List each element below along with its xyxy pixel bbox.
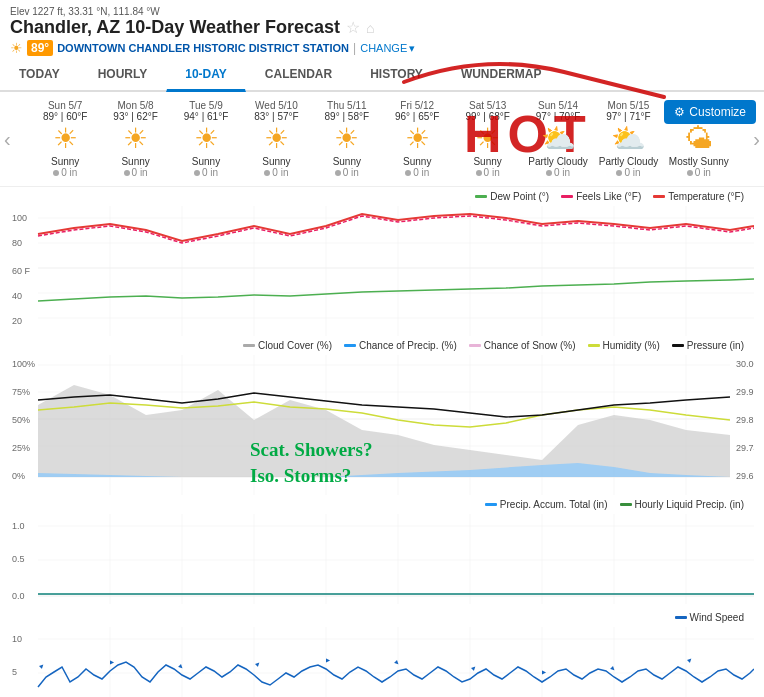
sun-icon: ☀ — [382, 125, 452, 153]
customize-button[interactable]: ⚙ Customize — [664, 100, 756, 124]
day-precip: 0 in — [523, 167, 593, 178]
legend-label: Precip. Accum. Total (in) — [500, 499, 608, 510]
day-precip: 0 in — [100, 167, 170, 178]
svg-text:75%: 75% — [12, 387, 30, 397]
legend-label: Chance of Precip. (%) — [359, 340, 457, 351]
legend-dot — [672, 344, 684, 347]
day-col: Mon 5/8 93° | 62°F ☀ Sunny 0 in — [100, 100, 170, 178]
pipe-divider: | — [353, 41, 356, 55]
temp-chart-section: Dew Point (°)Feels Like (°F)Temperature … — [0, 187, 764, 336]
day-condition: Sunny — [171, 156, 241, 167]
svg-text:10: 10 — [12, 634, 22, 644]
mostly-sunny-icon: 🌤 — [664, 125, 734, 153]
legend-dot — [344, 344, 356, 347]
gear-icon: ⚙ — [674, 105, 685, 119]
day-condition: Partly Cloudy — [523, 156, 593, 167]
sun-icon: ☀ — [452, 125, 522, 153]
precip-dot — [335, 170, 341, 176]
legend-item: Precip. Accum. Total (in) — [485, 499, 608, 510]
prev-arrow[interactable]: ‹ — [4, 128, 11, 151]
tab-hourly[interactable]: HOURLY — [79, 58, 167, 90]
day-label: Mon 5/15 — [593, 100, 663, 111]
day-label: Mon 5/8 — [100, 100, 170, 111]
legend-label: Humidity (%) — [603, 340, 660, 351]
day-col: Mon 5/15 97° | 71°F ⛅ Partly Cloudy 0 in — [593, 100, 663, 178]
day-condition: Sunny — [382, 156, 452, 167]
sun-icon: ☀ — [30, 125, 100, 153]
legend-label: Dew Point (°) — [490, 191, 549, 202]
day-col: Sun 5/7 89° | 60°F ☀ Sunny 0 in — [30, 100, 100, 178]
tab-wundermap[interactable]: WUNDERMAP — [442, 58, 561, 90]
tab-history[interactable]: HISTORY — [351, 58, 442, 90]
day-condition: Sunny — [452, 156, 522, 167]
day-col: Sun 5/14 97° | 70°F ⛅ Partly Cloudy 0 in — [523, 100, 593, 178]
star-icon[interactable]: ☆ — [346, 18, 360, 37]
day-condition: Sunny — [312, 156, 382, 167]
legend-label: Cloud Cover (%) — [258, 340, 332, 351]
day-col: Fri 5/12 96° | 65°F ☀ Sunny 0 in — [382, 100, 452, 178]
legend-label: Hourly Liquid Precip. (in) — [635, 499, 745, 510]
forecast-section: ‹ › HOT ⚙ Customize Sun 5/7 89° | 60°F ☀… — [0, 92, 764, 187]
svg-text:▲: ▲ — [109, 659, 116, 666]
svg-text:40: 40 — [12, 291, 22, 301]
svg-text:0.5: 0.5 — [12, 554, 25, 564]
day-label: Wed 5/10 — [241, 100, 311, 111]
day-label: Thu 5/11 — [312, 100, 382, 111]
tab-10-day[interactable]: 10-DAY — [166, 58, 246, 92]
precip-dot — [405, 170, 411, 176]
day-precip: 0 in — [664, 167, 734, 178]
day-temps: 83° | 57°F — [241, 111, 311, 122]
day-col: Thu 5/11 89° | 58°F ☀ Sunny 0 in — [312, 100, 382, 178]
svg-text:29.82: 29.82 — [736, 415, 754, 425]
day-precip: 0 in — [312, 167, 382, 178]
legend-item: Temperature (°F) — [653, 191, 744, 202]
sun-icon: ☀ — [171, 125, 241, 153]
svg-text:▲: ▲ — [469, 663, 479, 673]
temp-badge: 89° — [27, 40, 53, 56]
day-label: Sat 5/13 — [452, 100, 522, 111]
next-arrow[interactable]: › — [753, 128, 760, 151]
legend-item: Hourly Liquid Precip. (in) — [620, 499, 745, 510]
change-label: CHANGE — [360, 42, 407, 54]
legend-dot — [485, 503, 497, 506]
legend-dot — [653, 195, 665, 198]
day-precip: 0 in — [241, 167, 311, 178]
station-name: DOWNTOWN CHANDLER HISTORIC DISTRICT STAT… — [57, 42, 349, 54]
day-temps: 97° | 71°F — [593, 111, 663, 122]
day-label: Sun 5/14 — [523, 100, 593, 111]
svg-text:▲: ▲ — [176, 662, 186, 672]
day-precip: 0 in — [382, 167, 452, 178]
day-precip: 0 in — [171, 167, 241, 178]
day-label: Tue 5/9 — [171, 100, 241, 111]
sun-icon: ☀ — [100, 125, 170, 153]
svg-text:▲: ▲ — [685, 655, 695, 665]
day-temps: 97° | 70°F — [523, 111, 593, 122]
day-label: Sun 5/7 — [30, 100, 100, 111]
precip-dot — [264, 170, 270, 176]
tab-calendar[interactable]: CALENDAR — [246, 58, 351, 90]
precip-dot — [53, 170, 59, 176]
day-precip: 0 in — [30, 167, 100, 178]
tab-today[interactable]: TODAY — [0, 58, 79, 90]
svg-text:100%: 100% — [12, 359, 35, 369]
accum-chart-section: Precip. Accum. Total (in)Hourly Liquid P… — [0, 495, 764, 604]
elevation-info: Elev 1227 ft, 33.31 °N, 111.84 °W — [10, 6, 754, 17]
legend-dot — [243, 344, 255, 347]
legend-dot — [675, 616, 687, 619]
day-condition: Sunny — [30, 156, 100, 167]
day-condition: Sunny — [100, 156, 170, 167]
svg-text:▲: ▲ — [37, 661, 47, 671]
nav-tabs: TODAYHOURLY10-DAYCALENDARHISTORYWUNDERMA… — [0, 58, 764, 92]
legend-item: Chance of Snow (%) — [469, 340, 576, 351]
svg-text:25%: 25% — [12, 443, 30, 453]
legend-item: Cloud Cover (%) — [243, 340, 332, 351]
day-temps: 96° | 65°F — [382, 111, 452, 122]
change-link[interactable]: CHANGE ▾ — [360, 42, 415, 55]
home-icon[interactable]: ⌂ — [366, 20, 374, 36]
svg-text:0%: 0% — [12, 471, 25, 481]
day-temps: 89° | 60°F — [30, 111, 100, 122]
svg-text:▲: ▲ — [325, 657, 332, 664]
svg-text:100: 100 — [12, 213, 27, 223]
svg-text:1.0: 1.0 — [12, 521, 25, 531]
precip-chart-section: Cloud Cover (%)Chance of Precip. (%)Chan… — [0, 336, 764, 495]
